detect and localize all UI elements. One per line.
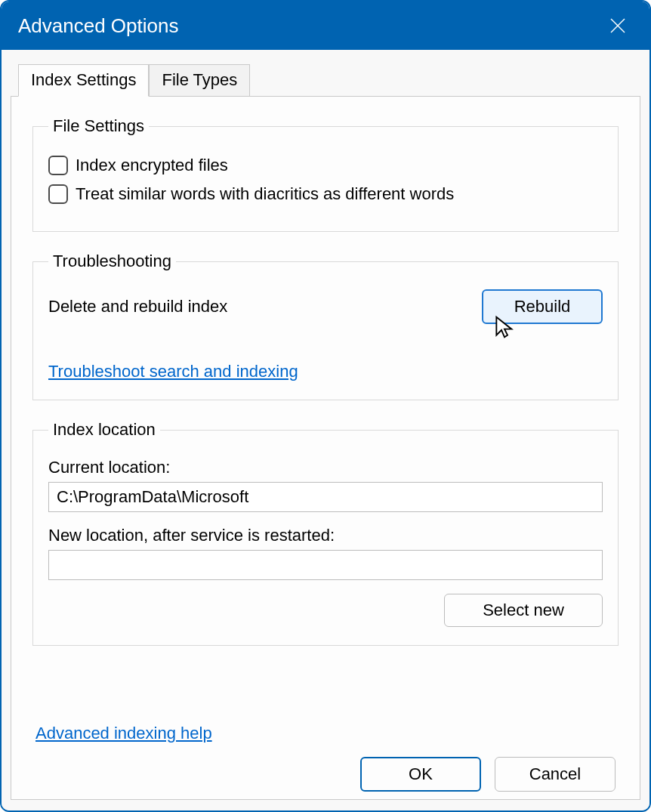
- row-index-encrypted: Index encrypted files: [48, 156, 603, 175]
- close-icon: [609, 17, 627, 35]
- label-diacritics: Treat similar words with diacritics as d…: [76, 184, 454, 204]
- new-location-field[interactable]: [48, 550, 603, 580]
- dialog-buttons: OK Cancel: [32, 757, 619, 792]
- advanced-indexing-help-link[interactable]: Advanced indexing help: [35, 724, 212, 743]
- window-title: Advanced Options: [18, 14, 178, 38]
- rebuild-button[interactable]: Rebuild: [482, 289, 603, 324]
- tab-strip: Index Settings File Types: [11, 63, 640, 96]
- checkbox-index-encrypted[interactable]: [48, 156, 68, 175]
- advanced-options-dialog: Advanced Options Index Settings File Typ…: [0, 0, 651, 812]
- close-button[interactable]: [603, 11, 633, 41]
- checkbox-diacritics[interactable]: [48, 184, 68, 204]
- cancel-button[interactable]: Cancel: [495, 757, 616, 792]
- ok-button[interactable]: OK: [360, 757, 481, 792]
- row-rebuild: Delete and rebuild index Rebuild: [48, 289, 603, 324]
- label-current-location: Current location:: [48, 458, 603, 477]
- group-index-location: Index location Current location: New loc…: [32, 420, 619, 646]
- current-location-field[interactable]: [48, 482, 603, 512]
- bottom-area: Advanced indexing help OK Cancel: [32, 719, 619, 792]
- client-area: Index Settings File Types File Settings …: [2, 50, 649, 810]
- titlebar: Advanced Options: [2, 2, 649, 50]
- group-index-location-legend: Index location: [48, 420, 160, 440]
- row-diacritics: Treat similar words with diacritics as d…: [48, 184, 603, 204]
- tabpage-index-settings: File Settings Index encrypted files Trea…: [11, 96, 640, 800]
- group-troubleshooting-legend: Troubleshooting: [48, 252, 176, 271]
- label-new-location: New location, after service is restarted…: [48, 526, 603, 545]
- group-troubleshooting: Troubleshooting Delete and rebuild index…: [32, 252, 619, 400]
- tab-file-types[interactable]: File Types: [149, 64, 250, 97]
- label-delete-rebuild: Delete and rebuild index: [48, 297, 227, 316]
- tab-index-settings[interactable]: Index Settings: [18, 64, 149, 97]
- select-new-button[interactable]: Select new: [444, 594, 603, 627]
- group-file-settings: File Settings Index encrypted files Trea…: [32, 116, 619, 232]
- group-file-settings-legend: File Settings: [48, 116, 149, 136]
- label-index-encrypted: Index encrypted files: [76, 156, 228, 175]
- troubleshoot-link[interactable]: Troubleshoot search and indexing: [48, 362, 298, 381]
